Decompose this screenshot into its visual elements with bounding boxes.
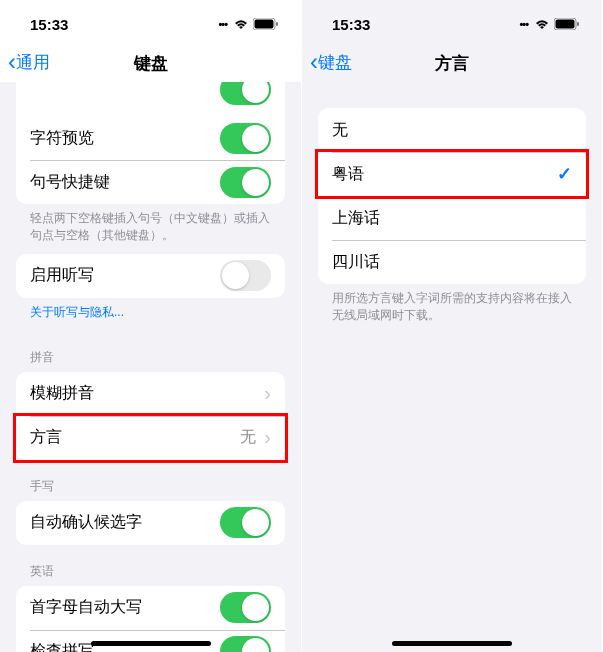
status-time: 15:33 — [30, 16, 68, 33]
checkmark-icon: ✓ — [557, 163, 572, 185]
row-label: 方言 — [30, 427, 240, 448]
row-label: 首字母自动大写 — [30, 597, 220, 618]
nav-bar: ‹ 通用 键盘 — [0, 48, 301, 82]
list-item-fuzzy-pinyin[interactable]: 模糊拼音 › — [16, 372, 285, 416]
status-icons: ••• — [218, 18, 279, 30]
settings-group: 模糊拼音 › 方言 无 › — [16, 372, 285, 460]
row-label: 自动确认候选字 — [30, 512, 220, 533]
page-title: 方言 — [435, 52, 469, 75]
option-cantonese[interactable]: 粤语 ✓ — [318, 152, 586, 196]
toggle-switch[interactable] — [220, 592, 271, 623]
section-header: 拼音 — [0, 331, 301, 372]
chevron-right-icon: › — [264, 426, 271, 449]
footer-text: 轻点两下空格键插入句号（中文键盘）或插入句点与空格（其他键盘）。 — [0, 204, 301, 254]
toggle-switch[interactable] — [220, 260, 271, 291]
section-header: 手写 — [0, 460, 301, 501]
row-label: 启用听写 — [30, 265, 220, 286]
list-item-dialects[interactable]: 方言 无 › — [16, 416, 285, 460]
row-label: 无 — [332, 120, 572, 141]
wifi-icon — [233, 18, 249, 30]
svg-rect-4 — [556, 20, 575, 29]
home-indicator[interactable] — [91, 641, 211, 646]
settings-group: 自动确认候选字 — [16, 501, 285, 545]
back-label: 通用 — [16, 51, 50, 74]
status-time: 15:33 — [332, 16, 370, 33]
list-item[interactable]: 句号快捷键 — [16, 160, 285, 204]
back-button[interactable]: ‹ 通用 — [0, 50, 50, 74]
privacy-link[interactable]: 关于听写与隐私... — [0, 298, 301, 331]
cellular-icon: ••• — [519, 18, 528, 30]
status-bar: 15:33 ••• — [302, 0, 602, 48]
list-item[interactable]: 首字母自动大写 — [16, 586, 285, 630]
status-icons: ••• — [519, 18, 580, 30]
list-item — [16, 82, 285, 116]
svg-rect-1 — [255, 20, 274, 29]
row-label: 上海话 — [332, 208, 572, 229]
toggle-switch[interactable] — [220, 123, 271, 154]
row-label: 字符预览 — [30, 128, 220, 149]
battery-icon — [554, 18, 580, 30]
chevron-left-icon: ‹ — [310, 50, 318, 74]
svg-rect-2 — [276, 22, 278, 26]
row-label: 句号快捷键 — [30, 172, 220, 193]
back-button[interactable]: ‹ 键盘 — [302, 50, 352, 74]
toggle-switch[interactable] — [220, 82, 271, 105]
status-bar: 15:33 ••• — [0, 0, 301, 48]
option-none[interactable]: 无 — [318, 108, 586, 152]
list-item[interactable]: 启用听写 — [16, 254, 285, 298]
footer-text: 用所选方言键入字词所需的支持内容将在接入无线局域网时下载。 — [302, 284, 602, 334]
wifi-icon — [534, 18, 550, 30]
toggle-switch[interactable] — [220, 167, 271, 198]
row-value: 无 — [240, 427, 256, 448]
row-label: 四川话 — [332, 252, 572, 273]
cellular-icon: ••• — [218, 18, 227, 30]
back-label: 键盘 — [318, 51, 352, 74]
chevron-left-icon: ‹ — [8, 50, 16, 74]
option-shanghainese[interactable]: 上海话 — [318, 196, 586, 240]
nav-bar: ‹ 键盘 方言 — [302, 48, 602, 82]
svg-rect-5 — [577, 22, 579, 26]
settings-group: 字符预览 句号快捷键 — [16, 82, 285, 204]
page-title: 键盘 — [134, 52, 168, 75]
chevron-right-icon: › — [264, 382, 271, 405]
home-indicator[interactable] — [392, 641, 512, 646]
row-label: 粤语 — [332, 164, 557, 185]
section-header: 英语 — [0, 545, 301, 586]
toggle-switch[interactable] — [220, 636, 271, 652]
battery-icon — [253, 18, 279, 30]
dialect-options-group: 无 粤语 ✓ 上海话 四川话 — [318, 108, 586, 284]
settings-group: 启用听写 — [16, 254, 285, 298]
toggle-switch[interactable] — [220, 507, 271, 538]
option-sichuanese[interactable]: 四川话 — [318, 240, 586, 284]
row-label: 模糊拼音 — [30, 383, 264, 404]
list-item[interactable]: 自动确认候选字 — [16, 501, 285, 545]
list-item[interactable]: 字符预览 — [16, 116, 285, 160]
